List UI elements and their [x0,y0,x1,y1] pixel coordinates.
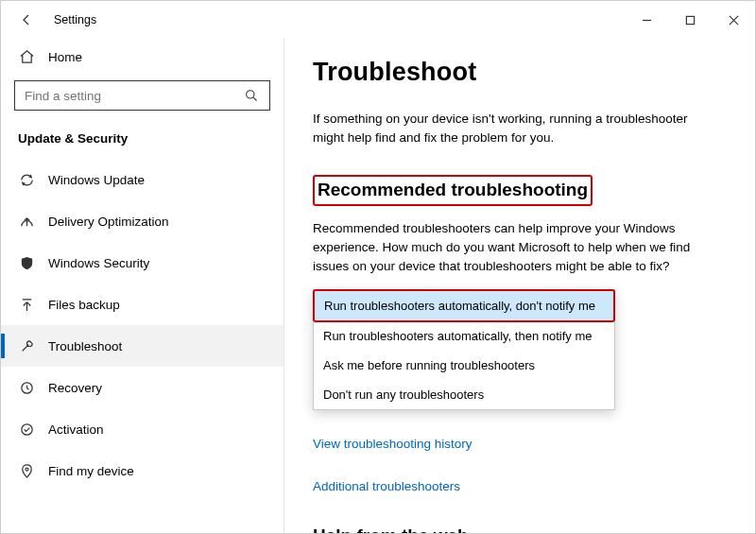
sidebar-item-label: Find my device [48,464,134,478]
sidebar-item-delivery-optimization[interactable]: Delivery Optimization [1,200,284,242]
svg-rect-0 [686,16,694,24]
close-button[interactable] [712,1,755,39]
section-recommended-desc: Recommended troubleshooters can help imp… [313,219,719,277]
maximize-button[interactable] [668,1,712,39]
arrow-left-icon [18,11,35,28]
home-label: Home [48,50,82,64]
sidebar-item-label: Delivery Optimization [48,215,169,229]
troubleshoot-preference-dropdown[interactable]: Run troubleshooters automatically, don't… [313,289,615,410]
sidebar-item-label: Files backup [48,298,120,312]
sync-icon [18,171,35,188]
minimize-button[interactable] [625,1,668,39]
svg-point-1 [246,90,253,97]
sidebar-category: Update & Security [1,111,284,159]
sidebar-item-label: Troubleshoot [48,339,122,353]
close-icon [725,11,742,28]
sidebar-item-activation[interactable]: Activation [1,408,284,450]
svg-point-3 [21,423,31,434]
maximize-icon [681,11,698,28]
sidebar-item-home[interactable]: Home [1,39,284,75]
sidebar-item-label: Windows Security [48,256,149,270]
search-icon [243,87,260,104]
sidebar-item-find-my-device[interactable]: Find my device [1,450,284,491]
content-area: Troubleshoot If something on your device… [284,39,755,533]
sidebar-nav: Windows Update Delivery Optimization Win… [1,159,284,501]
home-icon [18,48,35,65]
dropdown-option[interactable]: Ask me before running troubleshooters [314,351,614,380]
search-field[interactable] [25,89,243,103]
titlebar: Settings [1,1,755,39]
minimize-icon [638,11,655,28]
back-button[interactable] [18,11,44,28]
section-recommended-title: Recommended troubleshooting [313,175,593,206]
sidebar-item-windows-update[interactable]: Windows Update [1,159,284,200]
shield-icon [18,254,35,271]
sidebar: Home Update & Security Windows Update De… [1,39,284,533]
wrench-icon [18,337,35,354]
sidebar-item-label: Windows Update [48,173,145,187]
activation-icon [18,421,35,438]
window-controls [625,1,755,39]
search-input[interactable] [14,80,270,111]
sidebar-item-label: Recovery [48,381,102,395]
link-view-history[interactable]: View troubleshooting history [313,437,727,451]
dropdown-option[interactable]: Run troubleshooters automatically, don't… [313,289,615,322]
window-title: Settings [54,13,96,26]
dropdown-option[interactable]: Run troubleshooters automatically, then … [314,321,614,351]
link-additional-troubleshooters[interactable]: Additional troubleshooters [313,479,727,493]
sidebar-item-recovery[interactable]: Recovery [1,367,284,408]
sidebar-item-troubleshoot[interactable]: Troubleshoot [1,325,284,367]
svg-point-4 [25,468,27,471]
sidebar-item-files-backup[interactable]: Files backup [1,284,284,325]
recovery-icon [18,379,35,396]
location-icon [18,462,35,479]
sidebar-item-windows-security[interactable]: Windows Security [1,242,284,284]
intro-text: If something on your device isn't workin… [313,110,719,148]
page-title: Troubleshoot [313,58,727,87]
delivery-icon [18,213,35,230]
sidebar-item-label: Activation [48,422,104,437]
help-heading: Help from the web [313,525,727,533]
dropdown-option[interactable]: Don't run any troubleshooters [314,380,614,409]
backup-icon [18,296,35,313]
